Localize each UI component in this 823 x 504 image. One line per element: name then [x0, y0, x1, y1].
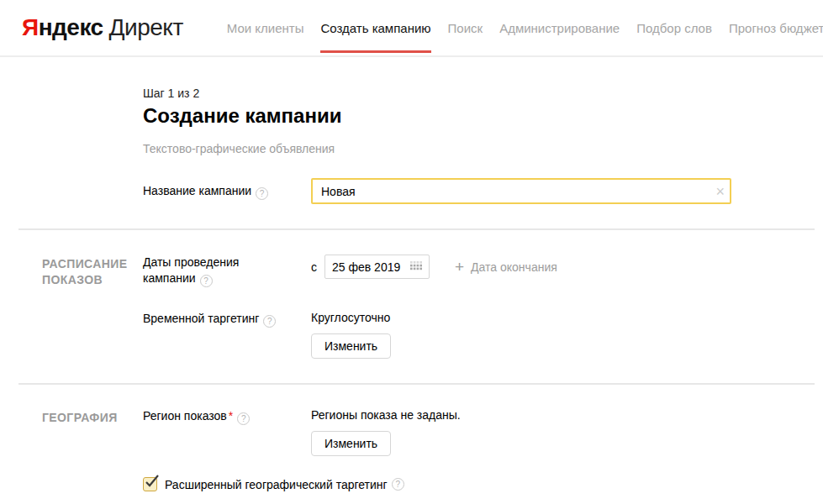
- campaign-dates-row: РАСПИСАНИЕ ПОКАЗОВ Даты проведения кампа…: [0, 255, 823, 288]
- step-indicator: Шаг 1 из 2: [143, 87, 823, 100]
- extended-geo-targeting-row: Расширенный географический таргетинг ?: [0, 477, 823, 491]
- help-icon[interactable]: ?: [200, 275, 213, 287]
- logo-letter: Я: [22, 14, 39, 41]
- nav-item-create-campaign[interactable]: Создать кампанию: [312, 0, 439, 55]
- title-block: Шаг 1 из 2 Создание кампании Текстово-гр…: [143, 87, 823, 155]
- time-targeting-value: Круглосуточно: [311, 311, 823, 324]
- logo-word-yandex: ндекс: [39, 14, 103, 41]
- yandex-direct-logo[interactable]: Яндекс Директ: [22, 14, 183, 41]
- time-targeting-row: Временной таргетинг? Круглосуточно Измен…: [0, 311, 823, 359]
- campaign-name-row: Название кампании? ×: [0, 178, 823, 204]
- campaign-name-input[interactable]: [311, 178, 731, 204]
- main-nav: Мои клиенты Создать кампанию Поиск Админ…: [219, 0, 823, 55]
- campaign-name-label: Название кампании: [143, 184, 251, 197]
- change-region-button[interactable]: Изменить: [311, 431, 391, 456]
- campaign-form: Шаг 1 из 2 Создание кампании Текстово-гр…: [0, 57, 823, 491]
- dates-label: Даты проведения кампании?: [143, 255, 282, 287]
- campaign-name-label-wrap: Название кампании?: [143, 183, 311, 200]
- extended-geo-targeting-label: Расширенный географический таргетинг: [165, 478, 388, 491]
- active-tab-underline: [320, 50, 430, 53]
- nav-item-administration[interactable]: Администрирование: [491, 0, 628, 55]
- campaign-type-subtitle: Текстово-графические объявления: [143, 142, 823, 155]
- nav-item-keyword-selection[interactable]: Подбор слов: [628, 0, 720, 55]
- geography-section-heading: ГЕОГРАФИЯ: [42, 408, 143, 426]
- start-date-input[interactable]: 25 фев 2019: [324, 255, 430, 279]
- extended-geo-targeting-checkbox[interactable]: [143, 477, 157, 491]
- plus-icon: +: [455, 259, 464, 275]
- time-targeting-label: Временной таргетинг: [143, 312, 259, 325]
- campaign-name-input-wrap: ×: [311, 178, 731, 204]
- required-asterisk: *: [229, 409, 233, 423]
- nav-item-my-clients[interactable]: Мои клиенты: [219, 0, 313, 55]
- help-icon[interactable]: ?: [237, 412, 250, 425]
- page-title: Создание кампании: [143, 104, 823, 128]
- schedule-section-heading: РАСПИСАНИЕ ПОКАЗОВ: [42, 255, 143, 288]
- calendar-icon: [410, 261, 422, 272]
- change-time-targeting-button[interactable]: Изменить: [311, 333, 391, 359]
- logo-word-direct: Директ: [109, 14, 183, 41]
- section-divider: [18, 228, 815, 230]
- end-date-link-label: Дата окончания: [471, 260, 557, 274]
- nav-item-budget-forecast[interactable]: Прогноз бюджета: [720, 0, 823, 55]
- start-date-value: 25 фев 2019: [332, 260, 400, 274]
- region-row: ГЕОГРАФИЯ Регион показов*? Регионы показ…: [0, 408, 823, 456]
- nav-item-search[interactable]: Поиск: [440, 0, 492, 55]
- section-divider: [18, 383, 815, 385]
- date-from-prefix: с: [311, 260, 317, 274]
- help-icon[interactable]: ?: [392, 478, 404, 491]
- clear-input-icon[interactable]: ×: [715, 184, 725, 199]
- add-end-date-link[interactable]: + Дата окончания: [455, 259, 557, 275]
- help-icon[interactable]: ?: [263, 315, 276, 328]
- region-label: Регион показов: [143, 409, 227, 423]
- region-status-text: Регионы показа не заданы.: [311, 408, 823, 422]
- top-navigation-bar: Яндекс Директ Мои клиенты Создать кампан…: [0, 0, 823, 57]
- help-icon[interactable]: ?: [256, 187, 268, 200]
- checkmark-icon: [145, 475, 160, 491]
